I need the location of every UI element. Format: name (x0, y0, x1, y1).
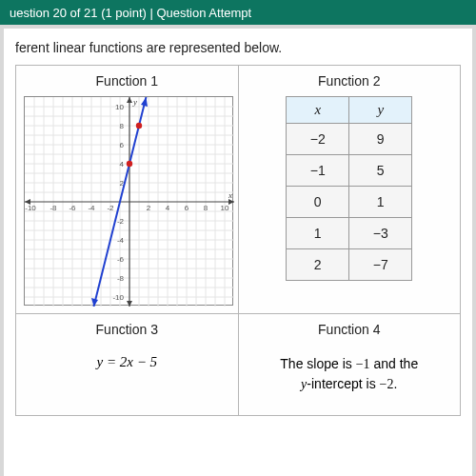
graph-svg: x y -10 -8 -6 -4 -2 2 4 6 8 10 (25, 97, 234, 307)
svg-text:-2: -2 (117, 217, 125, 226)
arrow-up-icon (127, 97, 132, 103)
svg-text:6: 6 (185, 204, 189, 212)
function-3-equation: y = 2x − 5 (24, 345, 230, 384)
quiz-header: uestion 20 of 21 (1 point) | Question At… (0, 0, 476, 25)
table-row: 01 (287, 187, 412, 218)
svg-text:-6: -6 (117, 255, 125, 264)
plot-point (127, 161, 132, 167)
cell-function-1: Function 1 x y (16, 66, 239, 314)
col-x-header: x (287, 97, 349, 124)
function-2-title: Function 2 (247, 73, 453, 89)
svg-text:6: 6 (120, 141, 125, 149)
table-row: 1−3 (287, 218, 412, 249)
svg-text:4: 4 (166, 204, 170, 212)
function-3-title: Function 3 (24, 322, 230, 337)
table-row: 2−7 (287, 249, 412, 281)
svg-text:10: 10 (115, 103, 124, 111)
cell-function-2: Function 2 x y −29 −15 01 1−3 2−7 (238, 66, 461, 314)
svg-text:-4: -4 (117, 236, 125, 245)
question-counter: uestion 20 of 21 (1 point) | Question At… (10, 6, 251, 20)
svg-text:-2: -2 (107, 204, 114, 212)
svg-text:-8: -8 (50, 204, 57, 212)
cell-function-4: Function 4 The slope is −1 and the y-int… (238, 314, 461, 416)
svg-text:-10: -10 (112, 293, 124, 302)
plot-point (136, 123, 142, 129)
table-row: −15 (287, 155, 412, 187)
function-1-title: Function 1 (24, 73, 230, 89)
arrow-down-icon (127, 301, 132, 307)
svg-text:4: 4 (120, 160, 125, 169)
functions-grid: Function 1 x y (15, 65, 461, 416)
cell-function-3: Function 3 y = 2x − 5 (16, 314, 239, 416)
function-4-description: The slope is −1 and the y-intercept is −… (247, 345, 453, 407)
y-axis-label: y (132, 97, 137, 107)
svg-text:-4: -4 (88, 204, 95, 212)
function-4-title: Function 4 (247, 322, 453, 337)
svg-text:8: 8 (204, 204, 208, 212)
table-row: −29 (287, 124, 412, 155)
function-2-table: x y −29 −15 01 1−3 2−7 (286, 96, 412, 281)
svg-text:10: 10 (221, 204, 229, 212)
instruction-text: ferent linear functions are represented … (15, 38, 461, 65)
svg-text:2: 2 (147, 204, 151, 212)
svg-text:-10: -10 (25, 204, 36, 212)
function-1-graph: x y -10 -8 -6 -4 -2 2 4 6 8 10 (24, 96, 233, 306)
col-y-header: y (349, 97, 412, 124)
svg-text:-6: -6 (69, 204, 76, 212)
svg-text:-8: -8 (117, 274, 125, 283)
question-body: ferent linear functions are represented … (4, 29, 472, 476)
x-axis-label: x (228, 190, 232, 200)
svg-text:8: 8 (120, 122, 125, 130)
